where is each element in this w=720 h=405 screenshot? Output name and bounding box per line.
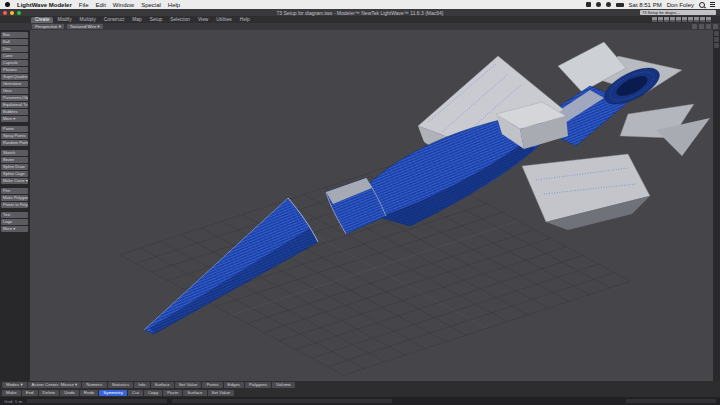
tool-button[interactable]: Ball	[1, 39, 28, 45]
bottom-tool-row-2: MakeEndDeleteUndoRedoSymmetryCutCopyPast…	[0, 389, 720, 397]
tool-button[interactable]: More ▾	[1, 116, 28, 122]
status-info-segment	[27, 399, 167, 403]
tool-button[interactable]: Sketch	[1, 150, 28, 156]
bottom-tool-button[interactable]: Numeric	[82, 382, 106, 388]
tool-button[interactable]: Make Polygon	[1, 195, 28, 201]
menu-items: FileEditWindowSpecialHelp	[79, 2, 180, 8]
tool-button[interactable]: Cone	[1, 53, 28, 59]
bottom-tool-button[interactable]: Edges	[224, 382, 244, 388]
bottom-tool-button[interactable]: Modes ▾	[2, 382, 27, 388]
tool-sidebar: BoxBallDiscConeCapsulePlatonicSuperQuadr…	[0, 30, 30, 381]
modeler-tab-bar: CreateModifyMultiplyConstructMapSetupSel…	[0, 16, 720, 23]
tool-button[interactable]: ParametricObj	[1, 95, 28, 101]
viewport-canvas	[30, 30, 713, 381]
bottom-tool-button[interactable]: Cut	[128, 390, 143, 396]
status-info-segment	[172, 399, 392, 403]
perspective-viewport[interactable]	[30, 30, 713, 381]
lightwave-modeler-screen: LightWave Modeler FileEditWindowSpecialH…	[0, 0, 720, 405]
tool-button[interactable]: Gear	[1, 88, 28, 94]
tool-button[interactable]: SuperQuadric	[1, 74, 28, 80]
window-title-bar: 73 Setup for diagram.two - Modeler™ NewT…	[0, 9, 720, 16]
menu-bar-clock[interactable]: Sat 8:51 PM	[629, 2, 662, 8]
layer-cell[interactable]	[706, 17, 712, 22]
viewport-type-dropdown[interactable]: Perspective ▾	[32, 24, 64, 29]
battery-icon[interactable]	[616, 3, 624, 7]
tool-button[interactable]: More ▾	[1, 226, 28, 232]
window-title: 73 Setup for diagram.two - Modeler™ NewT…	[0, 10, 720, 16]
tool-button[interactable]: Points	[1, 126, 28, 132]
bottom-tool-button[interactable]: End	[22, 390, 38, 396]
bottom-tool-button[interactable]: Surface	[151, 382, 174, 388]
edge-button[interactable]	[714, 37, 719, 42]
aircraft-model	[144, 42, 710, 334]
tool-button[interactable]: Text	[1, 212, 28, 218]
tool-button[interactable]: Box	[1, 32, 28, 38]
apple-menu-icon[interactable]	[5, 2, 10, 7]
tool-button[interactable]: Random Points	[1, 140, 28, 146]
bottom-tool-button[interactable]: Redo	[80, 390, 99, 396]
grid-size-label: Grid: 1 m	[4, 399, 22, 404]
status-info-segment	[626, 399, 716, 403]
edge-button[interactable]	[714, 31, 719, 36]
bottom-tool-button[interactable]: Volume	[272, 382, 295, 388]
tool-button[interactable]: Pen	[1, 188, 28, 194]
zoom-icon[interactable]	[706, 24, 711, 29]
bottom-tool-button[interactable]: Delete	[39, 390, 60, 396]
menu-bar-user[interactable]: Don Foley	[667, 2, 694, 8]
menu-item[interactable]: Help	[168, 2, 180, 8]
viewport-tool-row: Perspective ▾ Textured Wire ▾	[0, 23, 720, 30]
secondary-window-title[interactable]: 73 Setup for diagra…	[640, 10, 716, 15]
tool-button[interactable]: Points to Polys	[1, 202, 28, 208]
tool-button[interactable]: Platonic	[1, 67, 28, 73]
viewport-nav-icons	[692, 24, 718, 29]
tool-button[interactable]: Gemstone	[1, 81, 28, 87]
tool-button[interactable]: Spline Draw	[1, 164, 28, 170]
layer-buttons	[652, 17, 712, 22]
tool-button[interactable]: Disc	[1, 46, 28, 52]
rotate-icon[interactable]	[699, 24, 704, 29]
tool-button[interactable]: Bubbles	[1, 109, 28, 115]
bottom-tool-button[interactable]: Info	[134, 382, 149, 388]
tool-button[interactable]: Spline Cage	[1, 171, 28, 177]
menu-item[interactable]: Window	[113, 2, 134, 8]
macos-menu-bar: LightWave Modeler FileEditWindowSpecialH…	[0, 0, 720, 9]
bottom-tool-button[interactable]: Set Value	[175, 382, 202, 388]
pan-icon[interactable]	[692, 24, 697, 29]
tool-button[interactable]: Capsule	[1, 60, 28, 66]
bottom-tool-button[interactable]: Surface	[183, 390, 206, 396]
menu-bar-status-area: Sat 8:51 PM Don Foley	[586, 2, 715, 8]
spotlight-icon[interactable]	[699, 2, 705, 8]
bottom-tool-button[interactable]: Action Center: Mouse ▾	[28, 382, 82, 388]
tool-button[interactable]: Equilateral Tri	[1, 102, 28, 108]
maximize-view-icon[interactable]	[713, 24, 718, 29]
menu-item[interactable]: File	[79, 2, 89, 8]
tool-button[interactable]: Bezier	[1, 157, 28, 163]
tool-button[interactable]: Logo	[1, 219, 28, 225]
shading-mode-dropdown[interactable]: Textured Wire ▾	[67, 24, 103, 29]
bluetooth-icon[interactable]	[596, 2, 601, 7]
bottom-tool-button[interactable]: Undo	[60, 390, 79, 396]
notification-center-icon[interactable]	[710, 2, 715, 7]
menu-item[interactable]: Edit	[95, 2, 105, 8]
bottom-tool-button[interactable]: Make	[2, 390, 21, 396]
display-icon[interactable]	[586, 2, 591, 7]
bottom-tool-button[interactable]: Points	[202, 382, 222, 388]
tool-button[interactable]: Spray Points	[1, 133, 28, 139]
bottom-tool-row-1: Modes ▾Action Center: Mouse ▾NumericStat…	[0, 381, 720, 389]
bottom-tool-button[interactable]: Polygons	[245, 382, 271, 388]
tool-button[interactable]: Make Curve ▾	[1, 178, 28, 184]
bottom-tool-button[interactable]: Symmetry	[99, 390, 127, 396]
right-edge-strip	[713, 30, 720, 381]
bottom-tool-button[interactable]: Copy	[144, 390, 162, 396]
bottom-tool-button[interactable]: Set Value	[208, 390, 235, 396]
menu-item[interactable]: Special	[141, 2, 161, 8]
bottom-tool-button[interactable]: Paste	[163, 390, 182, 396]
wifi-icon[interactable]	[606, 2, 611, 7]
bottom-tool-button[interactable]: Statistics	[108, 382, 134, 388]
edge-button[interactable]	[714, 43, 719, 48]
app-menu-title[interactable]: LightWave Modeler	[17, 2, 72, 8]
status-bar: Grid: 1 m	[0, 397, 720, 405]
